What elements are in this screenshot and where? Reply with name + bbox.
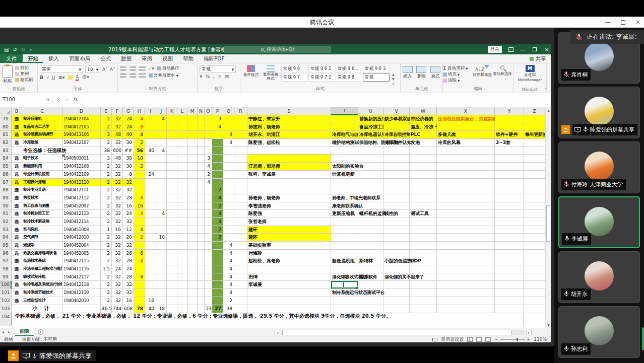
ribbon-tab-7[interactable]: 视图 bbox=[157, 54, 178, 63]
grid-cell-V101[interactable] bbox=[383, 289, 410, 297]
grid-cell-N95[interactable] bbox=[198, 242, 205, 250]
grid-cell-Q83[interactable] bbox=[223, 147, 234, 155]
grid-cell-N79[interactable] bbox=[198, 115, 205, 123]
grid-cell-W93[interactable] bbox=[410, 226, 437, 234]
grid-cell-M103[interactable] bbox=[187, 305, 198, 313]
grid-cell-Z88[interactable] bbox=[524, 186, 545, 194]
grid-cell-N93[interactable] bbox=[198, 226, 205, 234]
grid-cell-R82[interactable] bbox=[234, 139, 247, 147]
grid-cell-G79[interactable]: 24 bbox=[123, 115, 134, 123]
grid-cell-N94[interactable] bbox=[198, 234, 205, 242]
grid-cell-X84[interactable] bbox=[437, 155, 495, 163]
grid-cell-R103[interactable] bbox=[234, 305, 247, 313]
grid-cell-T100[interactable] bbox=[331, 281, 358, 289]
grid-cell-Q86[interactable] bbox=[223, 171, 234, 179]
grid-cell-P94[interactable]: 2 bbox=[212, 234, 223, 242]
row-header-92[interactable]: 92 bbox=[0, 218, 12, 226]
grid-cell-U102[interactable] bbox=[358, 297, 383, 305]
style-chip[interactable]: 常规 9 7 2 bbox=[308, 74, 335, 82]
grid-cell-V85[interactable] bbox=[383, 163, 410, 171]
row-header-81[interactable]: 81 bbox=[0, 131, 12, 139]
grid-cell-O79[interactable] bbox=[205, 115, 212, 123]
grid-cell-D99[interactable]: 1940412117 bbox=[62, 273, 101, 281]
grid-cell-P83[interactable] bbox=[212, 147, 223, 155]
participant-tile-5[interactable]: 孙志利 bbox=[558, 306, 640, 358]
grid-cell-Z82[interactable] bbox=[524, 139, 545, 147]
grid-cell-F85[interactable]: 32 bbox=[112, 163, 123, 171]
style-chip[interactable]: 常规 9 7 bbox=[281, 74, 308, 82]
grid-cell-I92[interactable] bbox=[145, 218, 156, 226]
grid-cell-C79[interactable]: 制冷压缩机 bbox=[22, 115, 62, 123]
grid-cell-B101[interactable]: 选 bbox=[12, 289, 22, 297]
accounting-format-icon[interactable]: ¥ bbox=[200, 74, 203, 79]
grid-cell-L94[interactable] bbox=[177, 234, 187, 242]
column-header-Y[interactable]: Y bbox=[495, 107, 524, 115]
grid-cell-K101[interactable] bbox=[167, 289, 177, 297]
grid-cell-W79[interactable]: 带经济器的 bbox=[410, 115, 437, 123]
grid-cell-C97[interactable]: 低温技术基础 bbox=[22, 257, 62, 265]
grid-cell-C85[interactable]: 新能源利用 bbox=[22, 163, 62, 171]
grid-cell-O84[interactable]: 3 bbox=[205, 155, 212, 163]
grid-cell-X79[interactable]: 压缩机性能实验台、焓差实验室更新 bbox=[437, 115, 495, 123]
grid-cell-D98[interactable]: 1940411116 bbox=[62, 265, 101, 273]
grid-cell-M97[interactable] bbox=[187, 257, 198, 265]
grid-cell-P80[interactable]: 4 bbox=[212, 123, 223, 131]
grid-cell-W102[interactable] bbox=[410, 297, 437, 305]
horizontal-scroll-thumb[interactable] bbox=[282, 330, 511, 335]
grid-cell-O93[interactable] bbox=[205, 226, 212, 234]
grid-cell-H94[interactable]: 2 bbox=[134, 234, 145, 242]
grid-cell-E90[interactable]: 2 bbox=[101, 202, 112, 210]
undo-icon[interactable]: ↺ bbox=[13, 47, 17, 52]
style-chip[interactable]: 常规 9 6 2 bbox=[308, 65, 335, 73]
grid-cell-F99[interactable]: 32 bbox=[112, 273, 123, 281]
grid-cell-L82[interactable] bbox=[177, 139, 187, 147]
grid-cell-B89[interactable]: 选 bbox=[12, 194, 22, 202]
grid-cell-G87[interactable]: 32 bbox=[123, 179, 134, 187]
grid-cell-B91[interactable]: 选 bbox=[12, 210, 22, 218]
grid-cell-V87[interactable] bbox=[383, 179, 410, 187]
grid-cell-F83[interactable]: 600 bbox=[112, 147, 123, 155]
grid-cell-G98[interactable]: 24 bbox=[123, 265, 134, 273]
grid-cell-Q101[interactable]: 4 bbox=[223, 289, 234, 297]
autosum-button[interactable]: Σ自动求和▾ bbox=[443, 65, 472, 71]
grid-cell-M87[interactable] bbox=[187, 179, 198, 187]
column-header-P[interactable]: P bbox=[212, 107, 223, 115]
grid-cell-O89[interactable] bbox=[205, 194, 212, 202]
grid-cell-O82[interactable] bbox=[205, 139, 212, 147]
grid-cell-U87[interactable] bbox=[358, 179, 383, 187]
grid-cell-S99[interactable]: 田绅 bbox=[247, 273, 331, 281]
grid-cell-B84[interactable]: 选 bbox=[12, 155, 22, 163]
grid-cell-I83[interactable]: 40 bbox=[145, 147, 156, 155]
grid-cell-D93[interactable]: 1940451008 bbox=[62, 226, 101, 234]
grid-cell-M96[interactable] bbox=[187, 250, 198, 258]
column-header-H[interactable]: H bbox=[134, 107, 145, 115]
grid-cell-H85[interactable]: 2 bbox=[134, 163, 145, 171]
grid-cell-M99[interactable] bbox=[187, 273, 198, 281]
grid-cell-G97[interactable]: 28 bbox=[123, 257, 134, 265]
cancel-formula-icon[interactable]: ✕ bbox=[56, 97, 60, 102]
grid-cell-B88[interactable]: 选 bbox=[12, 186, 22, 194]
ribbon-tab-1[interactable]: 开始 bbox=[23, 54, 43, 63]
grid-cell-Z91[interactable] bbox=[524, 210, 545, 218]
grid-cell-X89[interactable] bbox=[437, 194, 495, 202]
name-box[interactable]: T100▾ bbox=[0, 95, 52, 104]
grid-cell-X100[interactable] bbox=[437, 281, 495, 289]
format-painter-button[interactable]: 格式刷 bbox=[15, 77, 33, 83]
grid-cell-I90[interactable] bbox=[145, 202, 156, 210]
grid-cell-C103[interactable]: 小 计 bbox=[22, 305, 62, 313]
grid-cell-P96[interactable] bbox=[212, 250, 223, 258]
grid-cell-O97[interactable] bbox=[205, 257, 212, 265]
grid-cell-V79[interactable]: 缺少单机双级 bbox=[383, 115, 410, 123]
grid-cell-Y93[interactable] bbox=[495, 226, 524, 234]
grid-cell-F97[interactable]: 32 bbox=[112, 257, 123, 265]
grid-cell-R89[interactable] bbox=[234, 194, 247, 202]
grid-cell-W90[interactable] bbox=[410, 202, 437, 210]
grid-cell-K100[interactable] bbox=[167, 281, 177, 289]
grid-cell-L91[interactable] bbox=[177, 210, 187, 218]
grid-cell-Z80[interactable] bbox=[524, 123, 545, 131]
grid-cell-X90[interactable] bbox=[437, 202, 495, 210]
grid-cell-Q90[interactable] bbox=[223, 202, 234, 210]
grid-cell-L102[interactable] bbox=[177, 297, 187, 305]
column-header-S[interactable]: S bbox=[247, 107, 331, 115]
grid-cell-X87[interactable] bbox=[437, 179, 495, 187]
